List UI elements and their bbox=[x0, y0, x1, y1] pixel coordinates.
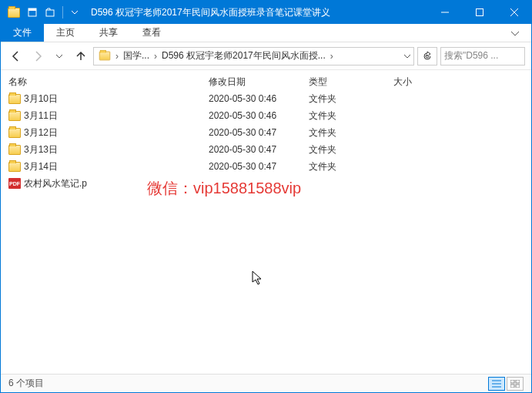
cell-name: 3月14日 bbox=[8, 160, 209, 173]
cell-date: 2020-05-30 0:47 bbox=[209, 127, 309, 138]
svg-rect-1 bbox=[28, 8, 36, 11]
cell-name: 3月10日 bbox=[8, 92, 209, 106]
cell-date: 2020-05-30 0:46 bbox=[209, 110, 309, 121]
cursor-icon bbox=[252, 270, 264, 286]
table-row[interactable]: 3月13日2020-05-30 0:47文件夹 bbox=[8, 141, 524, 158]
app-icon bbox=[5, 4, 22, 21]
cell-type: 文件夹 bbox=[309, 143, 393, 156]
qat-properties-icon[interactable] bbox=[24, 4, 41, 21]
cell-type: 文件夹 bbox=[309, 109, 393, 123]
title-bar: D596 权冠宇老师2017年民间风水面授班录音笔记课堂讲义 bbox=[1, 1, 531, 24]
qat-newfolder-icon[interactable] bbox=[42, 4, 59, 21]
cell-date: 2020-05-30 0:46 bbox=[209, 93, 309, 104]
cell-name: 3月13日 bbox=[8, 143, 209, 156]
table-row[interactable]: 3月11日2020-05-30 0:46文件夹 bbox=[8, 107, 524, 124]
search-input[interactable]: 搜索"D596 ... bbox=[440, 47, 525, 66]
svg-rect-10 bbox=[510, 380, 514, 383]
minimize-button[interactable] bbox=[427, 1, 462, 24]
ribbon-expand-icon[interactable] bbox=[499, 24, 531, 42]
column-headers: 名称 修改日期 类型 大小 bbox=[1, 70, 531, 90]
svg-rect-11 bbox=[516, 380, 520, 383]
ribbon: 文件 主页 共享 查看 bbox=[1, 24, 531, 42]
cell-name: 3月11日 bbox=[8, 109, 209, 123]
maximize-button[interactable] bbox=[462, 1, 497, 24]
search-placeholder: 搜索"D596 ... bbox=[444, 49, 521, 62]
table-row[interactable]: 3月10日2020-05-30 0:46文件夹 bbox=[8, 90, 524, 107]
svg-rect-4 bbox=[476, 9, 483, 16]
table-row[interactable]: 3月14日2020-05-30 0:47文件夹 bbox=[8, 158, 524, 175]
cell-type: 文件夹 bbox=[309, 92, 393, 106]
col-size[interactable]: 大小 bbox=[393, 76, 440, 89]
back-button[interactable] bbox=[7, 47, 25, 66]
table-row[interactable]: 3月12日2020-05-30 0:47文件夹 bbox=[8, 124, 524, 141]
view-details-button[interactable] bbox=[488, 377, 505, 391]
recent-dropdown-icon[interactable] bbox=[50, 47, 69, 66]
cell-name: PDF农村风水笔记.p bbox=[8, 177, 209, 190]
up-button[interactable] bbox=[72, 47, 90, 66]
cell-date: 2020-05-30 0:47 bbox=[209, 144, 309, 155]
tab-view[interactable]: 查看 bbox=[130, 24, 173, 42]
tab-share[interactable]: 共享 bbox=[87, 24, 130, 42]
col-type[interactable]: 类型 bbox=[309, 76, 393, 89]
table-row[interactable]: PDF农村风水笔记.p bbox=[8, 175, 524, 192]
svg-rect-13 bbox=[516, 385, 520, 388]
close-button[interactable] bbox=[497, 1, 531, 24]
folder-icon bbox=[8, 111, 21, 121]
qat-dropdown-icon[interactable] bbox=[66, 4, 83, 21]
folder-icon bbox=[95, 51, 114, 61]
breadcrumb-seg[interactable]: D596 权冠宇老师2017年民间风水面授... bbox=[159, 49, 329, 62]
tab-home[interactable]: 主页 bbox=[44, 24, 87, 42]
svg-rect-12 bbox=[510, 385, 514, 388]
cell-name: 3月12日 bbox=[8, 126, 209, 139]
cell-date: 2020-05-30 0:47 bbox=[209, 161, 309, 172]
col-name[interactable]: 名称 bbox=[8, 76, 209, 89]
address-bar[interactable]: › 国学... › D596 权冠宇老师2017年民间风水面授... › bbox=[93, 47, 414, 66]
forward-button[interactable] bbox=[28, 47, 47, 66]
folder-icon bbox=[8, 94, 21, 104]
col-date[interactable]: 修改日期 bbox=[209, 76, 309, 89]
svg-rect-2 bbox=[46, 10, 54, 16]
file-list: 名称 修改日期 类型 大小 3月10日2020-05-30 0:46文件夹3月1… bbox=[1, 70, 531, 374]
folder-icon bbox=[8, 145, 21, 155]
chevron-right-icon[interactable]: › bbox=[114, 51, 120, 62]
view-icons-button[interactable] bbox=[507, 377, 524, 391]
window-title: D596 权冠宇老师2017年民间风水面授班录音笔记课堂讲义 bbox=[88, 6, 427, 19]
cell-type: 文件夹 bbox=[309, 160, 393, 173]
folder-icon bbox=[8, 162, 21, 172]
folder-icon bbox=[8, 128, 21, 138]
tab-file[interactable]: 文件 bbox=[1, 24, 44, 42]
address-dropdown-icon[interactable] bbox=[403, 53, 412, 59]
chevron-right-icon[interactable]: › bbox=[152, 51, 159, 62]
status-count: 6 个项目 bbox=[8, 377, 487, 390]
status-bar: 6 个项目 bbox=[1, 374, 531, 392]
nav-bar: › 国学... › D596 权冠宇老师2017年民间风水面授... › 搜索"… bbox=[1, 42, 531, 70]
breadcrumb-seg[interactable]: 国学... bbox=[120, 49, 152, 62]
cell-type: 文件夹 bbox=[309, 126, 393, 139]
chevron-right-icon[interactable]: › bbox=[329, 51, 335, 62]
refresh-button[interactable] bbox=[417, 47, 437, 66]
pdf-icon: PDF bbox=[8, 178, 21, 189]
